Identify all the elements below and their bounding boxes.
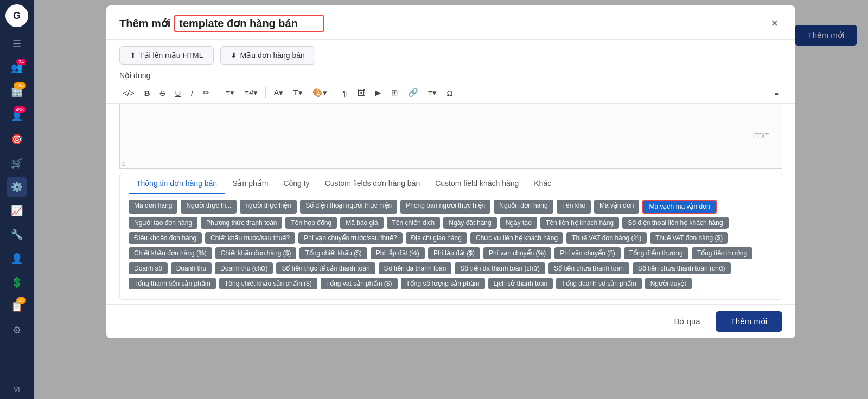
- tag-ngay-tao[interactable]: Ngày tạo: [500, 217, 537, 229]
- toolbar-paragraph[interactable]: ¶: [340, 86, 350, 100]
- tag-ma-bao-gia[interactable]: Mã báo giá: [340, 217, 383, 229]
- tag-chiet-khau-truoc-sau-thue[interactable]: Chiết khấu trước/sau thuế?: [205, 232, 295, 244]
- toolbar-ol[interactable]: ≡#▾: [241, 86, 261, 100]
- tab-cong-ty[interactable]: Công ty: [276, 173, 317, 194]
- toolbar-highlight[interactable]: 🎨▾: [309, 86, 330, 100]
- sidebar-icon-chart[interactable]: 📈: [7, 201, 27, 221]
- sidebar-icon-tool[interactable]: 🔧: [7, 224, 27, 245]
- toolbar-strikethrough[interactable]: S: [157, 86, 169, 100]
- editor-resize-handle[interactable]: ⊡: [121, 161, 125, 167]
- sidebar-icon-groups[interactable]: 🏢 184: [7, 81, 27, 102]
- tag-ngay-dat-hang[interactable]: Ngày đặt hàng: [443, 217, 496, 229]
- sidebar-icon-contacts[interactable]: 👤 498: [7, 105, 27, 126]
- tag-tong-chiet-khau-sp[interactable]: Tổng chiết khấu sản phẩm ($): [219, 278, 317, 289]
- tag-nguoi-thuc-hi[interactable]: Người thực hi...: [181, 200, 237, 214]
- tag-tong-chiet-khau[interactable]: Tổng chiết khấu ($): [299, 247, 367, 259]
- sidebar-icon-gear[interactable]: ⚙: [7, 320, 27, 340]
- tag-ma-van-don[interactable]: Mã vận đơn: [594, 200, 639, 214]
- sidebar-icon-dollar[interactable]: 💲: [7, 272, 27, 293]
- tag-so-tien-chua-tt-chu[interactable]: Số tiền chưa thanh toán (chữ): [633, 262, 731, 274]
- tag-thue-vat-pct[interactable]: Thuế VAT đơn hàng (%): [566, 232, 647, 244]
- tag-nguoi-duyet[interactable]: Người duyệt: [645, 278, 692, 289]
- toolbar-video[interactable]: ▶: [372, 86, 385, 100]
- tag-tong-vat-sp[interactable]: Tổng vat sản phẩm ($): [321, 278, 398, 289]
- tag-thue-vat-dollar[interactable]: Thuế VAT đơn hàng ($): [650, 232, 728, 244]
- tag-nguon-don-hang[interactable]: Nguồn đơn hàng: [494, 200, 553, 214]
- upload-icon: ⬆: [130, 51, 136, 60]
- tag-dieu-khoan-don-hang[interactable]: Điều khoản đơn hàng: [129, 232, 202, 244]
- tag-phi-van-chuyen-pct[interactable]: Phí vận chuyển (%): [483, 247, 551, 259]
- tag-tong-diem-thuong[interactable]: Tổng điểm thưởng: [624, 247, 688, 259]
- sidebar-icon-cart[interactable]: 🛒: [7, 153, 27, 173]
- toolbar-link[interactable]: 🔗: [405, 86, 422, 100]
- tag-dia-chi-giao-hang[interactable]: Địa chỉ giao hàng: [406, 232, 467, 244]
- tag-ten-hop-dong[interactable]: Tên hợp đồng: [285, 217, 337, 229]
- upload-html-button[interactable]: ⬆ Tải lên mẫu HTML: [119, 46, 214, 65]
- tag-nguoi-tao-don-hang[interactable]: Người tạo đơn hàng: [129, 217, 197, 229]
- toolbar-underline[interactable]: U: [172, 86, 184, 100]
- tag-doanh-thu[interactable]: Doanh thu: [171, 262, 212, 274]
- tag-lich-su-tt[interactable]: Lịch sử thanh toán: [488, 278, 553, 289]
- tag-tong-so-luong-sp[interactable]: Tổng số lượng sản phẩm: [401, 278, 485, 289]
- tab-san-pham[interactable]: Sản phẩm: [225, 173, 276, 194]
- tag-phi-van-chuyen-dollar[interactable]: Phí vận chuyển ($): [554, 247, 620, 259]
- sidebar-icon-settings[interactable]: ⚙️: [7, 177, 27, 197]
- tag-chuc-vu-lien-he-kh[interactable]: Chức vụ liên hệ khách hàng: [470, 232, 563, 244]
- tab-khac[interactable]: Khác: [526, 173, 559, 194]
- tag-ten-chien-dich[interactable]: Tên chiến dịch: [387, 217, 441, 229]
- tag-ten-lien-he-kh[interactable]: Tên liên hệ khách hàng: [540, 217, 619, 229]
- toolbar-image[interactable]: 🖼: [354, 86, 368, 100]
- toolbar-code[interactable]: </>: [119, 86, 138, 100]
- modal-title-input[interactable]: [174, 15, 324, 32]
- tab-custom-fields[interactable]: Custom fields đơn hàng bán: [317, 173, 428, 194]
- tag-ten-kho[interactable]: Tên kho: [557, 200, 591, 214]
- tag-pb-nguoi-thuc-hien[interactable]: Phòng ban người thực hiện: [400, 200, 490, 214]
- badge-list: 28: [16, 297, 26, 304]
- cancel-button[interactable]: Bỏ qua: [665, 312, 709, 331]
- tag-doanh-so[interactable]: Doanh số: [129, 262, 168, 274]
- toolbar-ul[interactable]: ≡▾: [222, 86, 238, 100]
- toolbar-align[interactable]: ≡▾: [425, 86, 441, 100]
- editor-area[interactable]: ⊡ EDIT: [119, 104, 782, 169]
- tag-tong-tien-thuong[interactable]: Tổng tiền thưởng: [692, 247, 752, 259]
- tags-content: Mã đơn hàng Người thực hi... người thực …: [120, 194, 782, 295]
- tag-so-tien-da-tt[interactable]: Số tiền đã thanh toán: [379, 262, 452, 274]
- toolbar-pen[interactable]: ✏: [200, 86, 213, 100]
- sidebar-icon-target[interactable]: 🎯: [7, 129, 27, 150]
- tag-so-tien-chua-tt[interactable]: Số tiền chưa thanh toán: [548, 262, 629, 274]
- tag-phi-lap-dat-pct[interactable]: Phí lắp đặt (%): [371, 247, 425, 259]
- tag-ma-vach-ma-van-don[interactable]: Mã vạch mã vận đơn: [642, 200, 716, 214]
- modal-close-button[interactable]: ×: [767, 14, 782, 33]
- tag-sdt-nguoi-thuc-hien[interactable]: Số điện thoại người thực hiện: [300, 200, 397, 214]
- toolbar-list-view[interactable]: ≡: [771, 86, 782, 100]
- tag-phuong-thuc-tt[interactable]: Phương thức thanh toán: [201, 217, 282, 229]
- toolbar-table[interactable]: ⊞: [388, 86, 401, 100]
- toolbar-special-chars[interactable]: Ω: [443, 86, 456, 100]
- tab-thong-tin[interactable]: Thông tin đơn hàng bán: [129, 173, 225, 194]
- tag-so-tien-thuc-te[interactable]: Số tiền thực tế cần thanh toán: [276, 262, 375, 274]
- tag-phi-lap-dat-dollar[interactable]: Phí lắp đặt ($): [428, 247, 480, 259]
- tag-chiet-khau-pct[interactable]: Chiết khấu đơn hàng (%): [129, 247, 212, 259]
- tag-tong-doanh-so-sp[interactable]: Tổng doanh số sản phẩm: [556, 278, 641, 289]
- submit-button[interactable]: Thêm mới: [716, 311, 782, 332]
- tag-nguoi-thuc-hien[interactable]: người thực hiện: [240, 200, 297, 214]
- badge-notifications: 24: [16, 59, 26, 65]
- tag-tong-thanh-tien-sp[interactable]: Tổng thành tiền sản phẩm: [129, 278, 216, 289]
- toolbar-bold[interactable]: B: [141, 86, 154, 100]
- sidebar-icon-list[interactable]: 📋 28: [7, 296, 27, 317]
- toolbar-italic[interactable]: I: [187, 86, 196, 100]
- tag-doanh-thu-chu[interactable]: Doanh thu (chữ): [215, 262, 273, 274]
- tag-sdt-lien-he-kh[interactable]: Số điện thoại liên hệ khách hàng: [622, 217, 728, 229]
- sidebar-icon-person[interactable]: 👤: [7, 248, 27, 269]
- tag-so-tien-da-tt-chu[interactable]: Số tiền đã thanh toán (chữ): [455, 262, 545, 274]
- tab-custom-field-kh[interactable]: Custom field khách hàng: [427, 173, 526, 194]
- tag-ma-don-hang[interactable]: Mã đơn hàng: [129, 200, 177, 214]
- sidebar-icon-dashboard[interactable]: ☰: [7, 34, 27, 54]
- tag-chiet-khau-dollar[interactable]: Chiết khấu đơn hàng ($): [215, 247, 297, 259]
- toolbar-font-size[interactable]: T▾: [290, 86, 305, 100]
- sidebar-icon-users[interactable]: 👥 24: [7, 57, 27, 78]
- mau-don-button[interactable]: ⬇ Mẫu đơn hàng bán: [220, 46, 315, 65]
- upload-html-label: Tải lên mẫu HTML: [139, 51, 203, 60]
- tag-phi-van-chuyen-ts[interactable]: Phí vận chuyển trước/sau thuế?: [298, 232, 402, 244]
- toolbar-font-color[interactable]: A▾: [270, 86, 286, 100]
